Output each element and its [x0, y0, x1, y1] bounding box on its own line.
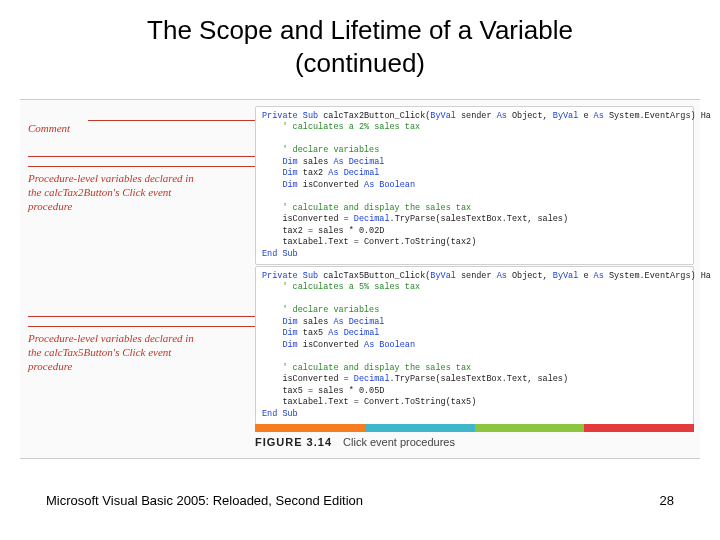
annotation-line-comment [88, 120, 278, 121]
code-block-2: Private Sub calcTax5Button_Click(ByVal s… [255, 266, 694, 425]
figure-area: Comment Procedure-level variables declar… [20, 99, 700, 459]
figure-caption-text: Click event procedures [343, 436, 455, 448]
stripe-seg [255, 424, 365, 432]
figure-number: FIGURE 3.14 [255, 436, 332, 448]
figure-caption-bar: FIGURE 3.14 Click event procedures [255, 424, 694, 452]
footer-left: Microsoft Visual Basic 2005: Reloaded, S… [46, 493, 363, 508]
annotation-line-proc5a [28, 316, 280, 317]
stripe-seg [475, 424, 585, 432]
figure-stripe [255, 424, 694, 432]
title-line2: (continued) [295, 48, 425, 78]
annotation-proc2: Procedure-level variables declared in th… [28, 172, 198, 213]
annotation-line-proc2b [28, 166, 280, 167]
slide-title: The Scope and Lifetime of a Variable (co… [0, 0, 720, 85]
code-block-1: Private Sub calcTax2Button_Click(ByVal s… [255, 106, 694, 265]
slide-footer: Microsoft Visual Basic 2005: Reloaded, S… [46, 493, 674, 508]
footer-page-number: 28 [660, 493, 674, 508]
title-line1: The Scope and Lifetime of a Variable [147, 15, 573, 45]
annotation-proc5: Procedure-level variables declared in th… [28, 332, 198, 373]
annotation-line-proc5b [28, 326, 280, 327]
figure-caption: FIGURE 3.14 Click event procedures [255, 436, 694, 448]
stripe-seg [584, 424, 694, 432]
annotation-line-proc2a [28, 156, 280, 157]
annotation-comment: Comment [28, 122, 70, 136]
stripe-seg [365, 424, 475, 432]
